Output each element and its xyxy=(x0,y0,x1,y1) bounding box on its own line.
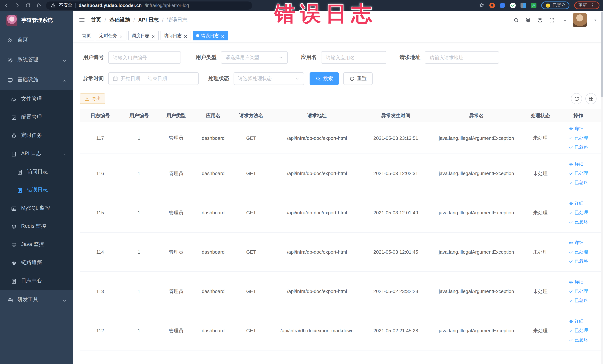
sidebar-item-7[interactable]: 访问日志 xyxy=(0,163,73,181)
address-bar[interactable]: 不安全 dashboard.yudao.iocoder.cn/infra/log… xyxy=(46,1,252,10)
process-status-select[interactable]: 请选择处理状态 xyxy=(233,72,304,85)
sidebar-item-label: 基础设施 xyxy=(17,76,38,83)
close-icon[interactable] xyxy=(119,34,123,38)
cell-app_name: dashboard xyxy=(195,232,232,272)
cell-user_type: 管理员 xyxy=(158,311,195,350)
export-button[interactable]: 导出 xyxy=(80,94,105,104)
browser-menu-icon[interactable] xyxy=(590,3,595,8)
range-separator: - xyxy=(143,76,145,82)
sidebar-item-10[interactable]: Redis 监控 xyxy=(0,217,73,235)
close-icon[interactable] xyxy=(151,34,155,38)
select-chevron-icon xyxy=(295,76,300,81)
tab-label: 错误日志 xyxy=(201,33,219,39)
cloud-icon xyxy=(11,97,17,102)
scrollbar-thumb[interactable] xyxy=(601,12,603,97)
user-id-input[interactable] xyxy=(108,51,181,64)
detail-link[interactable]: 详细 xyxy=(569,240,583,246)
chevron-down-icon[interactable] xyxy=(593,18,598,22)
search-button[interactable]: 搜索 xyxy=(310,72,339,85)
detail-link[interactable]: 详细 xyxy=(569,161,583,167)
breadcrumb-item-0[interactable]: 首页 xyxy=(91,17,101,23)
detail-link[interactable]: 详细 xyxy=(569,200,583,207)
range-end-placeholder: 结束日期 xyxy=(148,75,167,82)
tab-0[interactable]: 首页 xyxy=(79,31,94,40)
tab-2[interactable]: 调度日志 xyxy=(128,31,159,40)
action-label: 已处理 xyxy=(575,288,588,294)
sidebar-item-5[interactable]: 定时任务 xyxy=(0,126,73,144)
fullscreen-icon[interactable] xyxy=(549,17,555,23)
ignored-link[interactable]: 已忽略 xyxy=(569,258,588,264)
ignored-link[interactable]: 已忽略 xyxy=(569,297,588,304)
processed-link[interactable]: 已处理 xyxy=(569,210,588,216)
close-icon[interactable] xyxy=(184,34,188,38)
reload-icon[interactable] xyxy=(25,3,31,8)
app-name-input[interactable] xyxy=(321,51,386,64)
update-button[interactable]: 更新 xyxy=(574,1,600,9)
sidebar-item-11[interactable]: Java 监控 xyxy=(0,235,73,253)
sidebar-logo[interactable]: 芋道管理系统 xyxy=(0,11,73,30)
help-icon[interactable] xyxy=(537,17,543,23)
cell-url: /api/infra/db-doc/export-html xyxy=(271,272,363,311)
detail-link[interactable]: 详细 xyxy=(569,279,583,285)
header-search-icon[interactable] xyxy=(513,17,519,23)
ignored-link[interactable]: 已忽略 xyxy=(569,337,588,343)
detail-link[interactable]: 详细 xyxy=(569,318,583,325)
sidebar-item-3[interactable]: 文件管理 xyxy=(0,90,73,108)
ignored-link[interactable]: 已忽略 xyxy=(569,179,588,186)
forward-icon[interactable] xyxy=(14,3,20,8)
ignored-link[interactable]: 已忽略 xyxy=(569,219,588,225)
hamburger-icon[interactable] xyxy=(79,17,85,23)
processed-link[interactable]: 已处理 xyxy=(569,170,588,176)
extension-grid-icon[interactable] xyxy=(520,3,526,8)
extension-orange-icon[interactable] xyxy=(489,3,495,8)
date-range-picker[interactable]: 开始日期 - 结束日期 xyxy=(108,72,199,85)
extension-git-icon[interactable]: git xyxy=(531,3,536,8)
processed-link[interactable]: 已处理 xyxy=(569,249,588,255)
sidebar-item-1[interactable]: 系统管理 xyxy=(0,50,73,70)
sidebar-item-2[interactable]: 基础设施 xyxy=(0,70,73,90)
log-icon xyxy=(17,188,23,193)
column-settings-button[interactable] xyxy=(585,93,596,104)
sidebar-item-14[interactable]: 研发工具 xyxy=(0,290,73,310)
refresh-table-button[interactable] xyxy=(571,93,582,104)
sidebar-item-12[interactable]: 链路追踪 xyxy=(0,253,73,271)
check-icon xyxy=(569,259,573,263)
user-type-label: 用户类型 xyxy=(194,54,221,61)
processed-link[interactable]: 已处理 xyxy=(569,135,588,141)
tab-4[interactable]: 错误日志 xyxy=(193,31,228,40)
extension-check-icon[interactable] xyxy=(510,3,515,8)
tab-1[interactable]: 定时任务 xyxy=(96,31,127,40)
exception-time-label: 异常时间 xyxy=(80,75,108,82)
reset-button[interactable]: 重置 xyxy=(343,72,372,85)
back-icon[interactable] xyxy=(4,3,9,8)
redis-icon xyxy=(11,224,17,230)
extension-blue-icon[interactable] xyxy=(499,3,505,8)
paused-badge[interactable]: 已暂停 xyxy=(541,1,569,9)
tab-label: 调度日志 xyxy=(132,33,150,39)
sidebar-item-9[interactable]: MySQL 监控 xyxy=(0,199,73,217)
breadcrumb-item-1[interactable]: 基础设施 xyxy=(109,17,130,23)
home-icon[interactable] xyxy=(36,3,42,8)
sidebar-item-13[interactable]: 日志中心 xyxy=(0,271,73,290)
sidebar-item-label: 定时任务 xyxy=(21,132,42,139)
avatar[interactable] xyxy=(573,13,587,27)
processed-link[interactable]: 已处理 xyxy=(569,328,588,334)
github-icon[interactable] xyxy=(525,17,531,23)
breadcrumb-item-2[interactable]: API 日志 xyxy=(138,17,159,23)
bookmark-star-icon[interactable] xyxy=(479,3,484,8)
font-size-icon[interactable] xyxy=(561,17,567,23)
check-icon xyxy=(569,136,573,140)
sidebar-item-0[interactable]: 首页 xyxy=(0,30,73,50)
sidebar-item-8[interactable]: 错误日志 xyxy=(0,181,73,199)
close-icon[interactable] xyxy=(220,34,225,38)
close-icon xyxy=(184,35,188,39)
page-scrollbar[interactable] xyxy=(601,11,603,364)
sidebar-item-4[interactable]: 配置管理 xyxy=(0,108,73,126)
user-type-select[interactable]: 请选择用户类型 xyxy=(221,51,288,64)
sidebar-item-6[interactable]: API 日志 xyxy=(0,144,73,163)
processed-link[interactable]: 已处理 xyxy=(569,288,588,294)
detail-link[interactable]: 详细 xyxy=(569,126,583,132)
tab-3[interactable]: 访问日志 xyxy=(161,31,191,40)
request-url-input[interactable] xyxy=(425,51,499,64)
ignored-link[interactable]: 已忽略 xyxy=(569,144,588,150)
